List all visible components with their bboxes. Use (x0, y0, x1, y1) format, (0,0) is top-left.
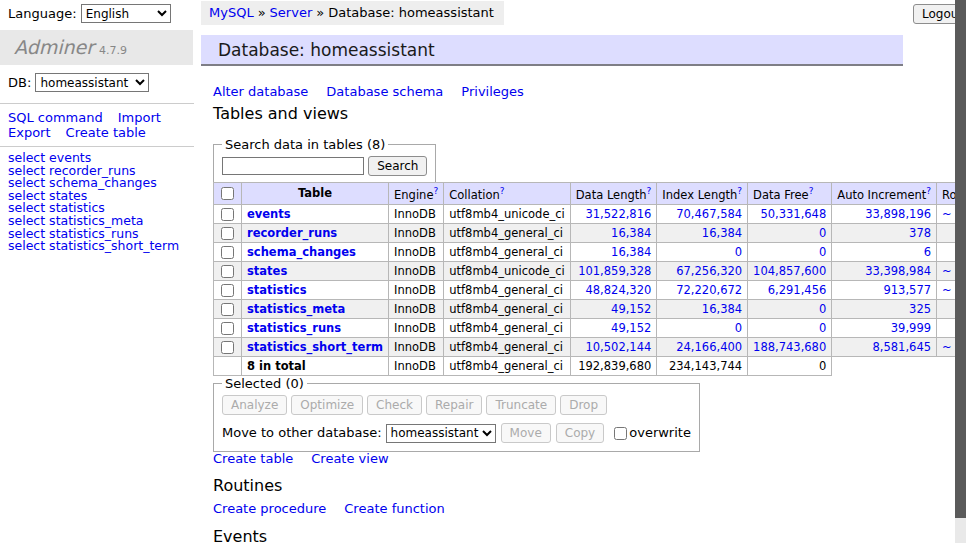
sidebar-select-statistics-short-term-link[interactable]: select statistics_short_term (8, 240, 179, 253)
value-link[interactable]: 31,522,816 (585, 207, 651, 221)
truncate-button[interactable]: Truncate (486, 395, 556, 415)
cell-engine: InnoDB (389, 204, 444, 223)
cell-data-free: 188,743,680 (748, 337, 832, 356)
create-function-link[interactable]: Create function (344, 501, 444, 516)
value-link[interactable]: 913,577 (883, 283, 931, 297)
help-link[interactable]: ? (500, 186, 505, 196)
row-checkbox[interactable] (221, 341, 234, 354)
cell-data-free: 0 (748, 242, 832, 261)
cell-data-length: 31,522,816 (570, 204, 657, 223)
cell-index-length: 0 (657, 318, 748, 337)
table-name-link[interactable]: recorder_runs (247, 226, 337, 240)
value-link[interactable]: 0 (735, 321, 742, 335)
sidebar-link-create-table[interactable]: Create table (66, 125, 146, 140)
cell-data-length: 49,152 (570, 299, 657, 318)
table-name-link[interactable]: statistics_short_term (247, 340, 383, 354)
copy-button[interactable]: Copy (556, 423, 604, 443)
app-name: Adminer (14, 36, 94, 58)
alter-database-link[interactable]: Alter database (213, 84, 308, 99)
table-row: schema_changesInnoDButf8mb4_general_ci16… (214, 242, 966, 261)
move-button[interactable]: Move (501, 423, 551, 443)
row-checkbox[interactable] (221, 303, 234, 316)
value-link[interactable]: 0 (819, 321, 826, 335)
privileges-link[interactable]: Privileges (461, 84, 524, 99)
value-link[interactable]: 48,824,320 (585, 283, 651, 297)
value-link[interactable]: 50,331,648 (760, 207, 826, 221)
value-link[interactable]: 67,256,320 (676, 264, 742, 278)
db-select[interactable]: homeassistant (35, 73, 149, 92)
value-link[interactable]: 33,898,196 (865, 207, 931, 221)
analyze-button[interactable]: Analyze (222, 395, 287, 415)
value-link[interactable]: 33,398,984 (865, 264, 931, 278)
row-checkbox[interactable] (221, 284, 234, 297)
value-link[interactable]: 6 (924, 245, 931, 259)
breadcrumb-mysql-link[interactable]: MySQL (209, 5, 254, 20)
breadcrumb-server-link[interactable]: Server (270, 5, 313, 20)
cell-data-length: 10,502,144 (570, 337, 657, 356)
cell-data-free: 0 (748, 299, 832, 318)
row-checkbox[interactable] (221, 227, 234, 240)
value-link[interactable]: 70,467,584 (676, 207, 742, 221)
value-link[interactable]: 72,220,672 (676, 283, 742, 297)
optimize-button[interactable]: Optimize (291, 395, 363, 415)
value-link[interactable]: 325 (909, 302, 931, 316)
sidebar-link-export[interactable]: Export (8, 125, 51, 140)
cell-data-length: 48,824,320 (570, 280, 657, 299)
table-name-link[interactable]: schema_changes (247, 245, 356, 259)
create-procedure-link[interactable]: Create procedure (213, 501, 326, 516)
value-link[interactable]: 0 (819, 226, 826, 240)
check-button[interactable]: Check (367, 395, 422, 415)
row-checkbox[interactable] (221, 322, 234, 335)
breadcrumb: MySQL»Server»Database: homeassistant (201, 1, 504, 25)
value-link[interactable]: 0 (819, 245, 826, 259)
help-link[interactable]: ? (433, 186, 438, 196)
value-link[interactable]: 16,384 (611, 245, 651, 259)
help-link[interactable]: ? (647, 186, 652, 196)
table-name-link[interactable]: statistics_runs (247, 321, 341, 335)
overwrite-checkbox[interactable] (614, 427, 627, 440)
value-link[interactable]: 0 (735, 245, 742, 259)
sidebar-link-import[interactable]: Import (118, 110, 161, 125)
move-db-select[interactable]: homeassistant (386, 424, 496, 443)
value-link[interactable]: 6,291,456 (768, 283, 827, 297)
value-link[interactable]: 16,384 (611, 226, 651, 240)
drop-button[interactable]: Drop (560, 395, 607, 415)
help-link[interactable]: ? (926, 186, 931, 196)
value-link[interactable]: 101,859,328 (578, 264, 651, 278)
table-name-link[interactable]: events (247, 207, 291, 221)
row-checkbox[interactable] (221, 208, 234, 221)
value-link[interactable]: 10,502,144 (585, 340, 651, 354)
value-link[interactable]: 104,857,600 (753, 264, 826, 278)
value-link[interactable]: 8,581,645 (873, 340, 932, 354)
search-button[interactable]: Search (368, 156, 427, 176)
search-input[interactable] (222, 157, 364, 175)
scrollbar-thumb[interactable] (955, 0, 966, 518)
database-schema-link[interactable]: Database schema (326, 84, 443, 99)
cell-collation: utf8mb4_unicode_ci (444, 204, 571, 223)
create-table-link[interactable]: Create table (213, 451, 293, 466)
value-link[interactable]: 378 (909, 226, 931, 240)
value-link[interactable]: 16,384 (702, 302, 742, 316)
value-link[interactable]: 39,999 (891, 321, 931, 335)
cell-name: events (242, 204, 389, 223)
repair-button[interactable]: Repair (426, 395, 482, 415)
table-row: statesInnoDButf8mb4_unicode_ci101,859,32… (214, 261, 966, 280)
row-checkbox[interactable] (221, 265, 234, 278)
value-link[interactable]: 24,166,400 (676, 340, 742, 354)
value-link[interactable]: 16,384 (702, 226, 742, 240)
help-link[interactable]: ? (737, 186, 742, 196)
select-all-checkbox[interactable] (221, 187, 234, 200)
create-view-link[interactable]: Create view (311, 451, 388, 466)
value-link[interactable]: 49,152 (611, 321, 651, 335)
value-link[interactable]: 0 (819, 302, 826, 316)
help-link[interactable]: ? (809, 186, 814, 196)
value-link[interactable]: 188,743,680 (753, 340, 826, 354)
language-select[interactable]: English (81, 4, 171, 23)
value-link[interactable]: 49,152 (611, 302, 651, 316)
table-name-link[interactable]: statistics_meta (247, 302, 345, 316)
table-name-link[interactable]: statistics (247, 283, 307, 297)
table-name-link[interactable]: states (247, 264, 287, 278)
sidebar-link-sql-command[interactable]: SQL command (8, 110, 103, 125)
cell-data-length: 192,839,680 (570, 356, 657, 375)
row-checkbox[interactable] (221, 246, 234, 259)
